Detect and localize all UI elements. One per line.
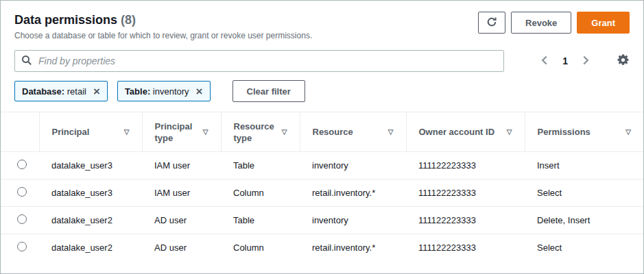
clear-filter-button[interactable]: Clear filter	[232, 80, 305, 102]
table-cell: AD user	[142, 234, 221, 262]
page-title-text: Data permissions	[14, 13, 117, 27]
column-header[interactable]: Resource▽	[300, 112, 406, 152]
table-cell: 111122223333	[406, 207, 525, 234]
column-header[interactable]: Resource type▽	[221, 112, 300, 152]
pagination: 1	[540, 54, 591, 68]
table-cell: inventory	[300, 207, 406, 234]
current-page[interactable]: 1	[562, 55, 568, 66]
table-cell: IAM user	[142, 152, 221, 179]
table-cell: retail.inventory.*	[300, 179, 406, 207]
table-header-row: Principal▽Principal type▽Resource type▽R…	[1, 112, 643, 152]
table-row: datalake_user2AD userColumnretail.invent…	[1, 234, 643, 262]
revoke-button[interactable]: Revoke	[511, 12, 571, 34]
page-title: Data permissions (8)	[14, 12, 312, 28]
data-permissions-panel: Data permissions (8) Choose a database o…	[0, 0, 644, 274]
previous-page-button[interactable]	[540, 54, 550, 68]
sort-icon[interactable]: ▽	[124, 126, 130, 138]
row-radio[interactable]	[17, 214, 27, 224]
search-input[interactable]	[14, 50, 504, 72]
filter-chip-label: Database:	[22, 86, 64, 97]
table-cell: Select	[525, 179, 643, 207]
row-select-cell	[1, 207, 39, 234]
table-cell: datalake_user2	[39, 207, 142, 234]
title-block: Data permissions (8) Choose a database o…	[14, 12, 312, 40]
column-header-label: Permissions	[538, 126, 591, 138]
filter-chip-label: Table:	[125, 86, 150, 97]
table-cell: 111122223333	[406, 234, 525, 262]
refresh-icon	[486, 16, 497, 29]
sort-icon[interactable]: ▽	[388, 126, 394, 138]
table-cell: Column	[221, 234, 300, 262]
table-body: datalake_user3IAM userTableinventory1111…	[1, 152, 643, 262]
table-cell: retail.inventory.*	[300, 234, 406, 262]
column-header[interactable]: Principal▽	[39, 112, 142, 152]
search-icon	[21, 55, 32, 68]
table-cell: 111122223333	[406, 179, 525, 207]
filter-chip-table: Table: inventory ×	[117, 81, 211, 101]
table-cell: Select	[525, 234, 643, 262]
sort-icon[interactable]: ▽	[282, 126, 287, 138]
permissions-table: Principal▽Principal type▽Resource type▽R…	[1, 112, 643, 262]
remove-filter-icon[interactable]: ×	[92, 86, 102, 97]
header-actions: Revoke Grant	[478, 12, 630, 34]
row-select-cell	[1, 179, 39, 207]
table-cell: Insert	[525, 152, 643, 179]
column-header-label: Principal type	[155, 121, 199, 144]
row-radio[interactable]	[17, 242, 27, 251]
row-radio[interactable]	[17, 160, 27, 169]
table-cell: IAM user	[142, 179, 221, 207]
table-cell: 111122223333	[406, 152, 525, 179]
preferences-button[interactable]	[617, 53, 630, 68]
row-select-cell	[1, 152, 39, 179]
table-cell: datalake_user3	[39, 152, 142, 179]
sort-icon[interactable]: ▽	[625, 126, 631, 138]
table-row: datalake_user3IAM userTableinventory1111…	[1, 152, 643, 179]
table-row: datalake_user2AD userTableinventory11112…	[1, 207, 643, 234]
next-page-button[interactable]	[580, 54, 591, 68]
column-header-label: Principal	[52, 126, 90, 138]
settings-gear-icon	[617, 53, 630, 68]
table-cell: datalake_user3	[39, 179, 142, 207]
table-cell: AD user	[142, 207, 221, 234]
filter-chip-database: Database: retail ×	[14, 81, 108, 101]
row-select-cell	[1, 234, 39, 262]
sort-icon[interactable]: ▽	[507, 126, 512, 138]
table-row: datalake_user3IAM userColumnretail.inven…	[1, 179, 643, 207]
toolbar: 1	[1, 40, 643, 72]
next-page-icon	[582, 55, 589, 67]
filter-chip-value: retail	[67, 86, 86, 97]
filter-chip-value: inventory	[153, 86, 189, 97]
search-box	[14, 50, 504, 72]
table-cell: inventory	[300, 152, 406, 179]
column-header[interactable]: Permissions▽	[525, 112, 643, 152]
column-header-label: Resource type	[234, 121, 278, 144]
refresh-button[interactable]	[478, 12, 505, 34]
select-column-header	[1, 112, 39, 152]
column-header-label: Owner account ID	[419, 126, 495, 138]
table-cell: datalake_user2	[39, 234, 142, 262]
remove-filter-icon[interactable]: ×	[195, 86, 204, 97]
sort-icon[interactable]: ▽	[203, 126, 208, 138]
previous-page-icon	[541, 55, 549, 67]
grant-button[interactable]: Grant	[577, 12, 630, 34]
page-subtitle: Choose a database or table for which to …	[14, 31, 312, 40]
column-header-label: Resource	[313, 126, 353, 138]
active-filters: Database: retail × Table: inventory × Cl…	[1, 72, 643, 102]
table-cell: Table	[221, 207, 300, 234]
column-header[interactable]: Principal type▽	[142, 112, 221, 152]
column-header[interactable]: Owner account ID▽	[406, 112, 525, 152]
row-radio[interactable]	[17, 187, 27, 197]
table-cell: Table	[221, 152, 300, 179]
table-cell: Column	[221, 179, 300, 207]
item-count: (8)	[121, 13, 136, 27]
panel-header: Data permissions (8) Choose a database o…	[1, 1, 643, 40]
table-cell: Delete, Insert	[525, 207, 643, 234]
